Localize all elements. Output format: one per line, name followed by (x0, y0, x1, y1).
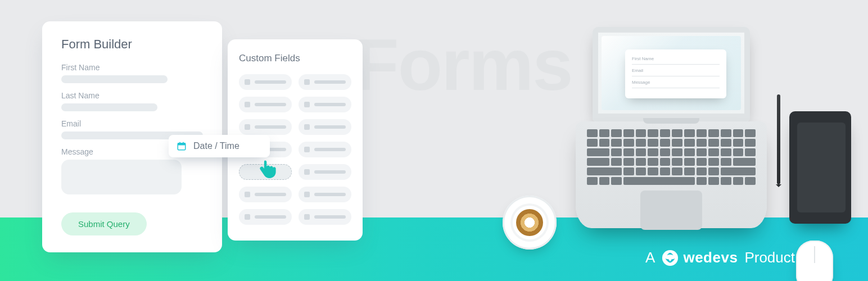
palette-item[interactable] (299, 97, 351, 112)
desk-scene: First Name Email Message (553, 27, 846, 263)
dragging-field-label: Date / Time (193, 141, 239, 151)
palette-item[interactable] (239, 97, 292, 112)
wedevs-logo-icon (662, 250, 679, 266)
svg-rect-2 (179, 142, 180, 144)
dragging-field-chip[interactable]: Date / Time (169, 135, 270, 157)
custom-fields-title: Custom Fields (239, 53, 351, 64)
input-last-name[interactable] (61, 103, 157, 111)
laptop-keyboard (587, 129, 756, 185)
label-last-name: Last Name (61, 91, 203, 100)
palette-item[interactable] (239, 119, 292, 135)
input-message[interactable] (61, 160, 182, 194)
calendar-icon (177, 141, 187, 151)
coffee-cup (503, 196, 557, 250)
form-builder-title: Form Builder (61, 37, 203, 52)
stylus-pen (777, 94, 780, 184)
laptop-screen: First Name Email Message (593, 27, 750, 121)
laptop-body (576, 121, 767, 228)
label-first-name: First Name (61, 63, 203, 72)
mini-label-first: First Name (632, 56, 720, 61)
field-last-name[interactable]: Last Name (61, 91, 203, 111)
palette-item[interactable] (299, 209, 351, 225)
palette-item[interactable] (299, 74, 351, 90)
credit-line: A wedevs Product (645, 249, 795, 266)
field-first-name[interactable]: First Name (61, 63, 203, 83)
mini-form-preview: First Name Email Message (625, 49, 726, 98)
palette-item[interactable] (239, 209, 292, 225)
laptop: First Name Email Message (576, 27, 767, 228)
palette-item[interactable] (299, 142, 351, 157)
label-email: Email (61, 119, 203, 128)
palette-item[interactable] (239, 74, 292, 90)
pointer-hand-icon (257, 158, 278, 179)
palette-item[interactable] (299, 187, 351, 202)
palette-item[interactable] (239, 187, 292, 202)
credit-prefix: A (645, 249, 655, 266)
wedevs-brand-text: wedevs (683, 249, 738, 266)
palette-item[interactable] (299, 164, 351, 180)
promo-stage: eForms Form Builder First Name Last Name… (0, 0, 868, 281)
laptop-trackpad (640, 191, 702, 230)
drawing-tablet (789, 111, 851, 224)
submit-button[interactable]: Submit Query (61, 212, 147, 235)
svg-point-4 (662, 250, 678, 265)
input-first-name[interactable] (61, 75, 168, 83)
wedevs-brand: wedevs (662, 249, 738, 266)
mouse (796, 241, 833, 281)
svg-rect-3 (183, 142, 184, 144)
credit-suffix: Product (744, 249, 795, 266)
mini-label-email: Email (632, 68, 720, 73)
svg-rect-1 (178, 143, 186, 146)
mini-label-message: Message (632, 80, 720, 85)
palette-item[interactable] (299, 119, 351, 135)
